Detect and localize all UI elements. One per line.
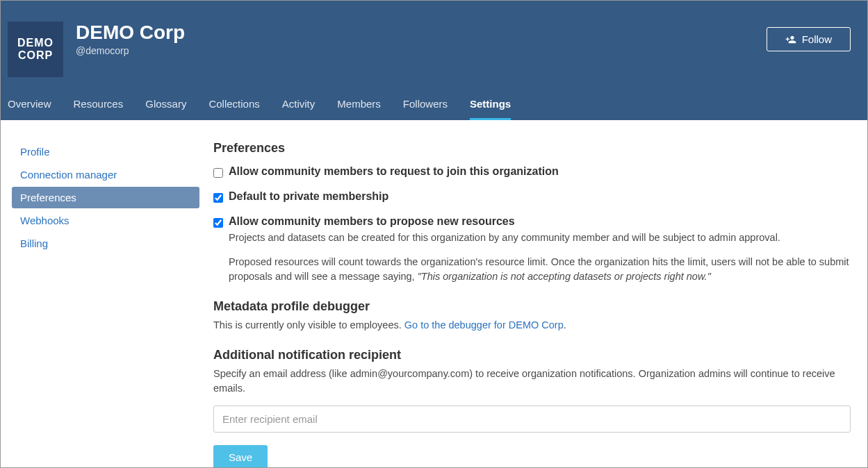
org-logo: DEMO CORP (8, 22, 63, 77)
follow-label: Follow (802, 33, 832, 45)
tab-members[interactable]: Members (337, 98, 381, 120)
sidebar-item-preferences[interactable]: Preferences (12, 187, 199, 208)
org-logo-text: DEMO CORP (8, 37, 63, 61)
follow-person-plus-icon (785, 34, 796, 45)
pref-allow-join[interactable]: Allow community members to request to jo… (213, 165, 851, 178)
pref-propose-desc1: Projects and datasets can be created for… (229, 231, 851, 245)
tab-resources[interactable]: Resources (74, 98, 124, 120)
pref-private-membership-checkbox[interactable] (213, 193, 223, 203)
notification-heading: Additional notification recipient (213, 348, 851, 362)
sidebar-item-billing[interactable]: Billing (12, 233, 199, 254)
notification-desc: Specify an email address (like admin@you… (213, 367, 851, 396)
tab-activity[interactable]: Activity (282, 98, 316, 120)
save-button[interactable]: Save (213, 445, 268, 468)
pref-propose-desc2: Proposed resources will count towards th… (229, 255, 851, 284)
pref-propose-resources-label: Allow community members to propose new r… (229, 215, 515, 228)
notification-email-input[interactable] (213, 406, 851, 433)
org-header: DEMO CORP DEMO Corp @democorp Follow Ove… (1, 1, 867, 120)
org-handle: @democorp (76, 45, 767, 56)
settings-sidebar: Profile Connection manager Preferences W… (12, 141, 199, 468)
debugger-link[interactable]: Go to the debugger for DEMO Corp (404, 319, 564, 331)
pref-propose-resources[interactable]: Allow community members to propose new r… (213, 215, 851, 228)
debugger-text-b: . (564, 319, 566, 331)
debugger-text: This is currently only visible to employ… (213, 318, 851, 333)
tab-collections[interactable]: Collections (208, 98, 259, 120)
sidebar-item-webhooks[interactable]: Webhooks (12, 210, 199, 231)
pref-allow-join-checkbox[interactable] (213, 168, 223, 178)
org-title: DEMO Corp (76, 22, 767, 44)
pref-private-membership-label: Default to private membership (229, 190, 388, 203)
tab-followers[interactable]: Followers (403, 98, 448, 120)
preferences-heading: Preferences (213, 141, 851, 156)
sidebar-item-profile[interactable]: Profile (12, 141, 199, 162)
pref-allow-join-label: Allow community members to request to jo… (229, 165, 559, 178)
tab-glossary[interactable]: Glossary (145, 98, 186, 120)
sidebar-item-connection-manager[interactable]: Connection manager (12, 164, 199, 185)
pref-propose-desc2-quote: "This organization is not accepting data… (418, 271, 711, 282)
nav-tabs: Overview Resources Glossary Collections … (8, 98, 860, 120)
tab-settings[interactable]: Settings (470, 98, 511, 120)
debugger-text-a: This is currently only visible to employ… (213, 319, 404, 331)
pref-private-membership[interactable]: Default to private membership (213, 190, 851, 203)
debugger-heading: Metadata profile debugger (213, 299, 851, 314)
settings-content: Preferences Allow community members to r… (213, 141, 860, 468)
follow-button[interactable]: Follow (767, 27, 851, 51)
pref-propose-resources-checkbox[interactable] (213, 218, 223, 228)
tab-overview[interactable]: Overview (8, 98, 51, 120)
